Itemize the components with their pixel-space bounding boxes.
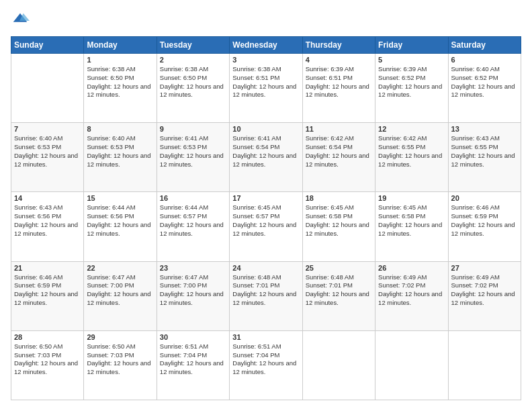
cell-info: Sunrise: 6:45 AMSunset: 6:58 PMDaylight:… [306, 203, 372, 238]
sunrise-text: Sunrise: 6:46 AM [14, 273, 81, 282]
calendar-cell [448, 330, 521, 400]
day-number: 13 [451, 125, 518, 133]
calendar-cell: 6Sunrise: 6:40 AMSunset: 6:52 PMDaylight… [448, 54, 521, 123]
cell-info: Sunrise: 6:45 AMSunset: 6:58 PMDaylight:… [378, 203, 445, 238]
cell-info: Sunrise: 6:43 AMSunset: 6:56 PMDaylight:… [14, 203, 81, 238]
daylight-text: Daylight: 12 hours and 12 minutes. [232, 221, 299, 238]
cell-info: Sunrise: 6:50 AMSunset: 7:03 PMDaylight:… [87, 342, 153, 377]
calendar-cell: 5Sunrise: 6:39 AMSunset: 6:52 PMDaylight… [375, 54, 448, 123]
sunset-text: Sunset: 6:59 PM [451, 212, 518, 221]
calendar-cell: 14Sunrise: 6:43 AMSunset: 6:56 PMDayligh… [11, 192, 84, 261]
day-header-tuesday: Tuesday [157, 37, 229, 54]
sunset-text: Sunset: 7:03 PM [14, 351, 81, 360]
sunrise-text: Sunrise: 6:48 AM [232, 273, 299, 282]
day-header-sunday: Sunday [11, 37, 84, 54]
sunrise-text: Sunrise: 6:42 AM [378, 134, 445, 143]
daylight-text: Daylight: 12 hours and 12 minutes. [160, 359, 226, 377]
day-number: 3 [232, 56, 299, 64]
sunrise-text: Sunrise: 6:39 AM [306, 65, 372, 74]
day-number: 14 [14, 194, 81, 202]
calendar-cell: 21Sunrise: 6:46 AMSunset: 6:59 PMDayligh… [11, 261, 84, 330]
daylight-text: Daylight: 12 hours and 12 minutes. [232, 152, 299, 169]
sunrise-text: Sunrise: 6:51 AM [232, 342, 299, 351]
cell-info: Sunrise: 6:48 AMSunset: 7:01 PMDaylight:… [306, 273, 372, 308]
calendar-cell [375, 330, 448, 400]
sunset-text: Sunset: 6:53 PM [87, 143, 153, 152]
calendar-cell: 17Sunrise: 6:45 AMSunset: 6:57 PMDayligh… [230, 192, 302, 261]
sunrise-text: Sunrise: 6:44 AM [160, 203, 226, 212]
calendar-cell: 16Sunrise: 6:44 AMSunset: 6:57 PMDayligh… [157, 192, 229, 261]
cell-info: Sunrise: 6:50 AMSunset: 7:03 PMDaylight:… [14, 342, 81, 377]
calendar-cell: 2Sunrise: 6:38 AMSunset: 6:50 PMDaylight… [157, 54, 229, 123]
day-number: 4 [306, 56, 372, 64]
page: SundayMondayTuesdayWednesdayThursdayFrid… [0, 0, 532, 411]
day-number: 27 [451, 264, 518, 272]
sunrise-text: Sunrise: 6:43 AM [451, 134, 518, 143]
sunrise-text: Sunrise: 6:40 AM [451, 65, 518, 74]
cell-info: Sunrise: 6:47 AMSunset: 7:00 PMDaylight:… [160, 273, 226, 308]
day-header-wednesday: Wednesday [230, 37, 302, 54]
sunset-text: Sunset: 7:02 PM [378, 281, 445, 290]
sunset-text: Sunset: 6:56 PM [14, 212, 81, 221]
cell-info: Sunrise: 6:41 AMSunset: 6:53 PMDaylight:… [160, 134, 226, 169]
calendar-table: SundayMondayTuesdayWednesdayThursdayFrid… [11, 36, 521, 400]
daylight-text: Daylight: 12 hours and 12 minutes. [306, 290, 372, 308]
day-number: 18 [306, 194, 372, 202]
sunset-text: Sunset: 6:57 PM [232, 212, 299, 221]
sunrise-text: Sunrise: 6:43 AM [14, 203, 81, 212]
sunset-text: Sunset: 7:04 PM [232, 351, 299, 360]
daylight-text: Daylight: 12 hours and 12 minutes. [378, 221, 445, 238]
sunrise-text: Sunrise: 6:40 AM [87, 134, 153, 143]
daylight-text: Daylight: 12 hours and 12 minutes. [232, 83, 299, 100]
cell-info: Sunrise: 6:38 AMSunset: 6:50 PMDaylight:… [87, 65, 153, 99]
day-number: 15 [87, 194, 153, 202]
cell-info: Sunrise: 6:40 AMSunset: 6:53 PMDaylight:… [87, 134, 153, 169]
day-number: 22 [87, 264, 153, 272]
day-number: 19 [378, 194, 445, 202]
daylight-text: Daylight: 12 hours and 12 minutes. [160, 221, 226, 238]
day-number: 17 [232, 194, 299, 202]
cell-info: Sunrise: 6:38 AMSunset: 6:51 PMDaylight:… [232, 65, 299, 99]
calendar-week-1: 1Sunrise: 6:38 AMSunset: 6:50 PMDaylight… [11, 54, 521, 123]
daylight-text: Daylight: 12 hours and 12 minutes. [451, 290, 518, 308]
sunset-text: Sunset: 7:02 PM [451, 281, 518, 290]
cell-info: Sunrise: 6:40 AMSunset: 6:52 PMDaylight:… [451, 65, 518, 99]
cell-info: Sunrise: 6:39 AMSunset: 6:51 PMDaylight:… [306, 65, 372, 99]
logo-icon [11, 11, 30, 30]
day-number: 25 [306, 264, 372, 272]
cell-info: Sunrise: 6:39 AMSunset: 6:52 PMDaylight:… [378, 65, 445, 99]
sunset-text: Sunset: 6:55 PM [451, 143, 518, 152]
cell-info: Sunrise: 6:49 AMSunset: 7:02 PMDaylight:… [451, 273, 518, 308]
day-number: 7 [14, 125, 81, 133]
calendar-cell [11, 54, 84, 123]
sunset-text: Sunset: 7:00 PM [87, 281, 153, 290]
sunset-text: Sunset: 7:00 PM [160, 281, 226, 290]
sunset-text: Sunset: 6:55 PM [378, 143, 445, 152]
calendar-cell: 1Sunrise: 6:38 AMSunset: 6:50 PMDaylight… [84, 54, 157, 123]
calendar-cell: 9Sunrise: 6:41 AMSunset: 6:53 PMDaylight… [157, 123, 229, 192]
cell-info: Sunrise: 6:44 AMSunset: 6:57 PMDaylight:… [160, 203, 226, 238]
calendar-cell: 3Sunrise: 6:38 AMSunset: 6:51 PMDaylight… [230, 54, 302, 123]
cell-info: Sunrise: 6:47 AMSunset: 7:00 PMDaylight:… [87, 273, 153, 308]
sunrise-text: Sunrise: 6:45 AM [232, 203, 299, 212]
day-header-monday: Monday [84, 37, 157, 54]
calendar-cell: 23Sunrise: 6:47 AMSunset: 7:00 PMDayligh… [157, 261, 229, 330]
cell-info: Sunrise: 6:42 AMSunset: 6:55 PMDaylight:… [378, 134, 445, 169]
cell-info: Sunrise: 6:44 AMSunset: 6:56 PMDaylight:… [87, 203, 153, 238]
sunrise-text: Sunrise: 6:47 AM [87, 273, 153, 282]
sunset-text: Sunset: 6:51 PM [232, 74, 299, 83]
sunset-text: Sunset: 7:01 PM [232, 281, 299, 290]
cell-info: Sunrise: 6:38 AMSunset: 6:50 PMDaylight:… [160, 65, 226, 99]
daylight-text: Daylight: 12 hours and 12 minutes. [14, 359, 81, 377]
daylight-text: Daylight: 12 hours and 12 minutes. [14, 152, 81, 169]
calendar-cell: 8Sunrise: 6:40 AMSunset: 6:53 PMDaylight… [84, 123, 157, 192]
daylight-text: Daylight: 12 hours and 12 minutes. [87, 152, 153, 169]
cell-info: Sunrise: 6:46 AMSunset: 6:59 PMDaylight:… [14, 273, 81, 308]
calendar-week-5: 28Sunrise: 6:50 AMSunset: 7:03 PMDayligh… [11, 330, 521, 400]
calendar-week-2: 7Sunrise: 6:40 AMSunset: 6:53 PMDaylight… [11, 123, 521, 192]
sunset-text: Sunset: 6:54 PM [306, 143, 372, 152]
sunrise-text: Sunrise: 6:46 AM [451, 203, 518, 212]
daylight-text: Daylight: 12 hours and 12 minutes. [232, 290, 299, 308]
calendar-cell: 12Sunrise: 6:42 AMSunset: 6:55 PMDayligh… [375, 123, 448, 192]
day-number: 11 [306, 125, 372, 133]
